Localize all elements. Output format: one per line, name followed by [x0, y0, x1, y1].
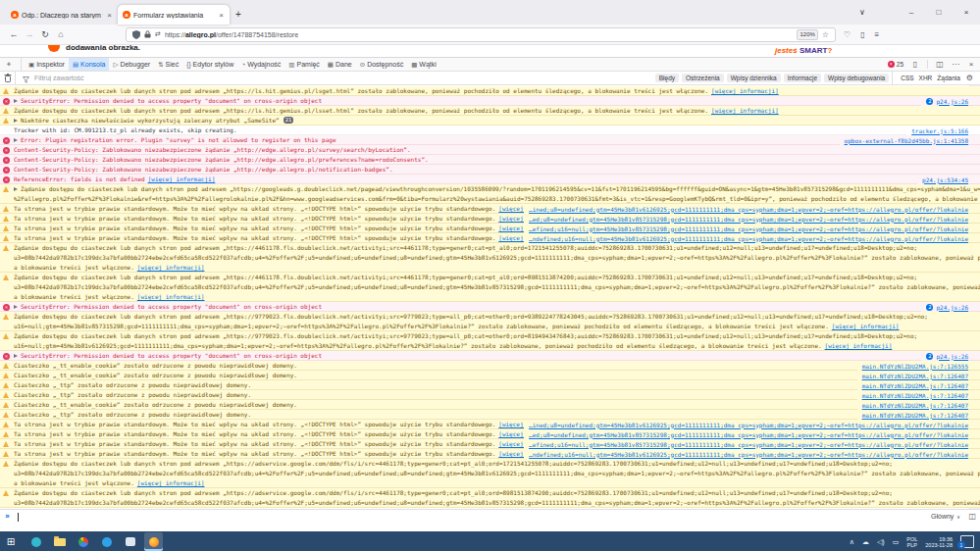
console-input-row[interactable]: » Główny ∨ ◫	[0, 509, 980, 531]
filter-chip[interactable]: Wpisy debugowania	[824, 74, 889, 82]
source-link[interactable]: opbox-external-f8b2d45bb.js:1:41358	[845, 137, 968, 144]
tab-close-icon[interactable]: ×	[218, 11, 225, 20]
devtools-tab-pamięć[interactable]: ▥Pamięć	[284, 58, 324, 71]
filter-chip[interactable]: Błędy	[655, 74, 679, 82]
restore-button[interactable]: □	[925, 0, 953, 25]
split-console-icon[interactable]: ◫	[933, 60, 947, 69]
source-link[interactable]: …efined;u16=null;gtm=45He3b81v857315298;…	[529, 225, 968, 232]
source-link[interactable]: main.NTdYzNlZDU2MA.js:7:126555	[862, 363, 968, 370]
url-text[interactable]: https://allegro.pl/offer/14788754158/res…	[165, 31, 298, 38]
clear-console-icon[interactable]	[4, 74, 12, 82]
source-link[interactable]: p24.js:26	[936, 98, 968, 105]
more-info-link[interactable]: [więcej informacji]	[711, 107, 779, 114]
error-count-icon[interactable]: ×	[888, 61, 895, 68]
browser-tab-1[interactable]: a Odp.: Dlaczego na starym form… ×	[6, 5, 118, 25]
console-filter-input[interactable]	[32, 74, 655, 82]
source-link[interactable]: main.NTdYzNlZDU2MA.js:7:126407	[862, 373, 968, 379]
url-bar[interactable]: ⇄ https://allegro.pl/offer/14788754158/r…	[126, 27, 836, 42]
notifications-icon[interactable]: 1	[960, 535, 974, 548]
close-button[interactable]: ×	[953, 0, 980, 25]
console-settings-gear-icon[interactable]: ⚙	[966, 74, 973, 82]
sidebar-toggle-icon[interactable]: ◫	[968, 512, 976, 521]
more-info-link[interactable]: [więcej informacji]	[137, 293, 205, 300]
bookmark-star-icon[interactable]: ☆	[822, 30, 829, 39]
sidebar-icon[interactable]: ▯	[860, 30, 864, 39]
source-link[interactable]: main.NTdYzNlZDU2MA.js:7:126407	[862, 382, 968, 389]
filter-chip[interactable]: Wpisy dziennika	[727, 74, 781, 82]
devtools-menu-icon[interactable]: ⋯	[949, 60, 962, 69]
volume-icon[interactable]: ◁)	[877, 538, 885, 546]
expand-arrow-icon[interactable]	[14, 305, 18, 309]
devtools-tab-sieć[interactable]: ⇅Sieć	[154, 58, 182, 71]
more-info-link[interactable]: [więcej informacji]	[137, 479, 205, 486]
taskbar-chrome-icon[interactable]	[74, 532, 92, 551]
more-info-link[interactable]: [więcej informacji]	[137, 264, 205, 271]
devtools-tab-dostępność[interactable]: ⊙Dostępność	[356, 58, 407, 71]
tracking-protection-shield-icon[interactable]	[132, 30, 140, 39]
devtools-tab-konsola[interactable]: ▤Konsola	[69, 58, 109, 71]
expand-arrow-icon[interactable]	[14, 99, 18, 103]
start-button[interactable]: ⊞	[0, 536, 22, 547]
new-tab-button[interactable]: +	[230, 6, 247, 24]
expand-arrow-icon[interactable]	[14, 119, 18, 123]
zoom-level-badge[interactable]: 120%	[797, 29, 817, 40]
taskbar-file-explorer-icon[interactable]	[50, 532, 69, 551]
source-link[interactable]: p24.js:26	[936, 353, 968, 360]
source-link[interactable]: …ndefined;u16=null;gtm=45He3b81v6126925;…	[529, 235, 968, 242]
taskbar-store-icon[interactable]	[97, 532, 116, 551]
browser-tab-2-active[interactable]: a Formularz wystawiania ×	[118, 5, 230, 25]
list-tabs-chevron-icon[interactable]: ∨	[849, 0, 876, 25]
back-button[interactable]: ←	[6, 29, 22, 39]
forward-button[interactable]: →	[22, 29, 37, 39]
filter-button[interactable]: CSS	[901, 75, 913, 81]
tray-expand-icon[interactable]: ∧	[850, 538, 854, 546]
pocket-icon[interactable]: ♡	[844, 30, 851, 39]
expand-arrow-icon[interactable]	[14, 187, 18, 191]
error-count[interactable]: 25	[897, 61, 903, 68]
more-info-link[interactable]: [więcej informacji]	[711, 87, 779, 94]
source-link[interactable]: p24.js:534:45	[922, 176, 968, 183]
reload-button[interactable]: ↻	[37, 29, 53, 39]
clock[interactable]: 19:36 2023-11-28	[925, 536, 953, 548]
expand-arrow-icon[interactable]	[14, 354, 18, 358]
devtools-tab-wydajność[interactable]: ◔Wydajność	[237, 58, 284, 71]
source-link[interactable]: p24.js:26	[936, 304, 968, 311]
devtools-tab-dane[interactable]: ▦Dane	[324, 58, 356, 71]
source-link[interactable]: main.NTdYzNlZDU2MA.js:7:126407	[862, 412, 968, 419]
devtools-tab-inspektor[interactable]: ▣Inspektor	[25, 58, 69, 71]
home-button[interactable]: ⌂	[53, 29, 69, 39]
taskbar-mail-icon[interactable]	[121, 532, 139, 551]
taskbar-edge-icon[interactable]	[26, 532, 45, 551]
menu-hamburger-icon[interactable]: ≡	[875, 30, 880, 39]
taskbar-firefox-icon[interactable]	[144, 532, 163, 551]
source-link[interactable]: main.NTdYzNlZDU2MA.js:7:126407	[862, 402, 968, 409]
more-info-link[interactable]: [więcej informacji]	[148, 175, 216, 182]
source-link[interactable]: …ndefined;u16=null;gtm=45He3b81v6126925;…	[529, 451, 968, 458]
devtools-tab-edytor-stylów[interactable]: {}Edytor stylów	[182, 58, 237, 71]
more-info-link[interactable]: [więcej informacji]	[825, 342, 893, 349]
language-indicator[interactable]: POL PLP	[906, 536, 917, 548]
devtools-close-icon[interactable]: ×	[964, 60, 978, 69]
tab-close-icon[interactable]: ×	[106, 11, 113, 20]
filter-chip[interactable]: Informacje	[784, 74, 821, 82]
source-link[interactable]: …ed;u8=undefined;gtm=45He3b81v857315298;…	[529, 431, 968, 438]
onedrive-cloud-icon[interactable]: ☁	[862, 538, 869, 546]
devtools-tab-wątki[interactable]: ▩Wątki	[407, 58, 440, 71]
source-link[interactable]: main.NTdYzNlZDU2MA.js:7:126407	[862, 392, 968, 399]
expand-arrow-icon[interactable]	[14, 138, 18, 142]
filter-chip[interactable]: Ostrzeżenia	[682, 74, 724, 82]
responsive-design-mode-icon[interactable]: ▯	[908, 60, 922, 69]
redirect-arrows-icon[interactable]: ⇄	[155, 30, 161, 38]
display-icon[interactable]: ▭	[893, 538, 900, 546]
source-link[interactable]: …ined;u8=undefined;gtm=45He3b81v6126925;…	[529, 206, 968, 213]
minimize-button[interactable]: –	[898, 0, 925, 25]
source-link[interactable]: …efined;u16=null;gtm=45He3b81v857315298;…	[529, 441, 968, 448]
lock-icon[interactable]	[144, 30, 151, 38]
more-info-link[interactable]: [więcej informacji]	[832, 323, 900, 329]
source-link[interactable]: …ined;u8=undefined;gtm=45He3b81v6126925;…	[529, 422, 968, 428]
source-link[interactable]: tracker.js:5:166	[911, 127, 968, 134]
source-link[interactable]: …ed;u8=undefined;gtm=45He3b81v857315298;…	[529, 216, 968, 223]
filter-button[interactable]: XHR	[919, 75, 933, 81]
filter-button[interactable]: Żądania	[937, 75, 960, 81]
devtools-tab-debugger[interactable]: ▷Debugger	[109, 58, 154, 71]
